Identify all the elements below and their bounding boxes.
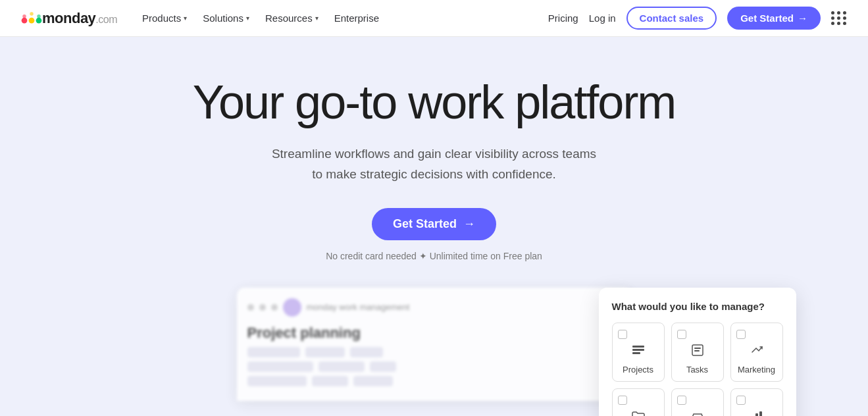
- nav-solutions[interactable]: Solutions ▾: [196, 9, 256, 28]
- hero-section: Your go-to work platform Streamline work…: [0, 37, 868, 416]
- widget-grid: Projects Tasks Marketing: [612, 323, 783, 416]
- widget-checkbox[interactable]: [677, 396, 686, 405]
- svg-rect-11: [694, 350, 700, 351]
- widget-checkbox[interactable]: [736, 330, 746, 339]
- hero-subtitle: Streamline workflows and gain clear visi…: [272, 144, 596, 184]
- dash-app-title: monday work management: [307, 302, 410, 312]
- folder-icon: [631, 409, 646, 416]
- widget-item-projects[interactable]: Projects: [612, 323, 665, 382]
- pricing-link[interactable]: Pricing: [548, 13, 578, 24]
- widget-item-6[interactable]: [730, 388, 783, 416]
- navbar: monday.com Products ▾ Solutions ▾ Resour…: [0, 0, 868, 37]
- chevron-down-icon: ▾: [184, 14, 187, 22]
- widget-checkbox[interactable]: [736, 396, 746, 405]
- widget-title: What would you like to manage?: [612, 301, 783, 312]
- contact-sales-button[interactable]: Contact sales: [626, 7, 717, 30]
- svg-point-2: [36, 17, 42, 23]
- svg-point-5: [37, 14, 41, 18]
- svg-point-0: [22, 17, 28, 23]
- svg-point-4: [30, 12, 34, 16]
- chart-icon: [750, 409, 764, 416]
- svg-rect-16: [759, 411, 762, 416]
- car-icon: [690, 409, 705, 416]
- dash-dot: [247, 304, 254, 311]
- widget-checkbox[interactable]: [618, 330, 627, 339]
- dash-avatar: [283, 298, 301, 317]
- dash-section-title: Project planning: [247, 325, 621, 342]
- hero-bottom: monday work management Project planning …: [72, 288, 796, 401]
- nav-resources[interactable]: Resources ▾: [259, 9, 325, 28]
- widget-item-5[interactable]: [671, 388, 724, 416]
- get-started-nav-button[interactable]: Get Started →: [727, 7, 821, 30]
- dashboard-preview: monday work management Project planning: [237, 288, 632, 401]
- hero-title: Your go-to work platform: [193, 76, 676, 128]
- projects-icon: [631, 343, 646, 361]
- nav-products[interactable]: Products ▾: [136, 9, 193, 28]
- login-link[interactable]: Log in: [589, 13, 616, 24]
- chevron-down-icon: ▾: [315, 14, 319, 22]
- nav-right: Pricing Log in Contact sales Get Started…: [548, 7, 847, 30]
- svg-rect-8: [632, 352, 640, 354]
- widget-checkbox[interactable]: [677, 330, 686, 339]
- hero-note: No credit card needed ✦ Unlimited time o…: [326, 251, 542, 261]
- svg-point-1: [29, 17, 35, 23]
- nav-menu: Products ▾ Solutions ▾ Resources ▾ Enter…: [136, 9, 386, 28]
- apps-grid-icon[interactable]: [831, 11, 847, 25]
- tasks-icon: [690, 343, 705, 361]
- svg-rect-10: [694, 348, 701, 349]
- svg-rect-6: [632, 346, 644, 348]
- logo[interactable]: monday.com: [21, 10, 117, 27]
- widget-item-projects-label: Projects: [623, 365, 653, 375]
- svg-rect-7: [632, 349, 644, 351]
- widget-item-marketing[interactable]: Marketing: [730, 323, 783, 382]
- get-started-hero-button[interactable]: Get Started →: [372, 208, 496, 240]
- marketing-icon: [750, 343, 764, 361]
- nav-enterprise[interactable]: Enterprise: [328, 9, 386, 28]
- chevron-down-icon: ▾: [246, 14, 249, 22]
- svg-point-3: [22, 14, 26, 18]
- widget-item-4[interactable]: [612, 388, 665, 416]
- widget-item-tasks-label: Tasks: [686, 365, 708, 375]
- logo-text: monday.com: [42, 10, 117, 27]
- svg-rect-15: [755, 413, 758, 416]
- widget-item-tasks[interactable]: Tasks: [671, 323, 724, 382]
- dash-dot: [259, 304, 266, 311]
- dash-dot: [271, 304, 278, 311]
- widget-card: What would you like to manage? Projects …: [599, 288, 796, 416]
- nav-left: monday.com Products ▾ Solutions ▾ Resour…: [21, 9, 386, 28]
- widget-item-marketing-label: Marketing: [738, 365, 775, 375]
- logo-suffix: .com: [95, 14, 117, 25]
- widget-checkbox[interactable]: [618, 396, 627, 405]
